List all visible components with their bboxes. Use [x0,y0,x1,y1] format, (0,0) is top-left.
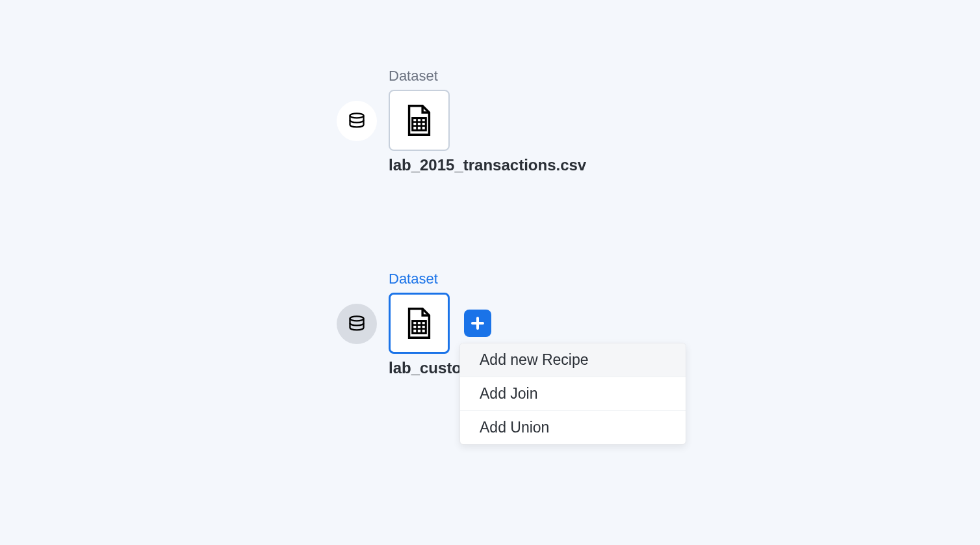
svg-rect-1 [413,118,426,131]
dataset-file-box[interactable] [389,293,450,354]
menu-item-add-recipe[interactable]: Add new Recipe [460,343,686,377]
add-step-button[interactable] [464,310,491,337]
database-icon [337,304,377,344]
menu-item-add-join[interactable]: Add Join [460,377,686,411]
svg-rect-7 [413,321,426,334]
dataset-title: lab_2015_transactions.csv [389,156,586,174]
add-step-menu: Add new Recipe Add Join Add Union [459,343,686,445]
file-table-icon [405,308,433,339]
plus-icon [470,315,485,331]
dataset-title: lab_customers.csv [389,359,467,377]
menu-item-add-union[interactable]: Add Union [460,411,686,444]
database-icon [337,101,377,141]
dataset-file-box[interactable] [389,90,450,151]
dataset-type-label: Dataset [389,271,438,287]
svg-point-6 [350,316,364,321]
file-table-icon [405,105,433,136]
svg-point-0 [350,113,364,118]
dataset-type-label: Dataset [389,68,438,85]
dataset-node-transactions[interactable]: Dataset lab_2015_transactions.csv [337,68,586,174]
